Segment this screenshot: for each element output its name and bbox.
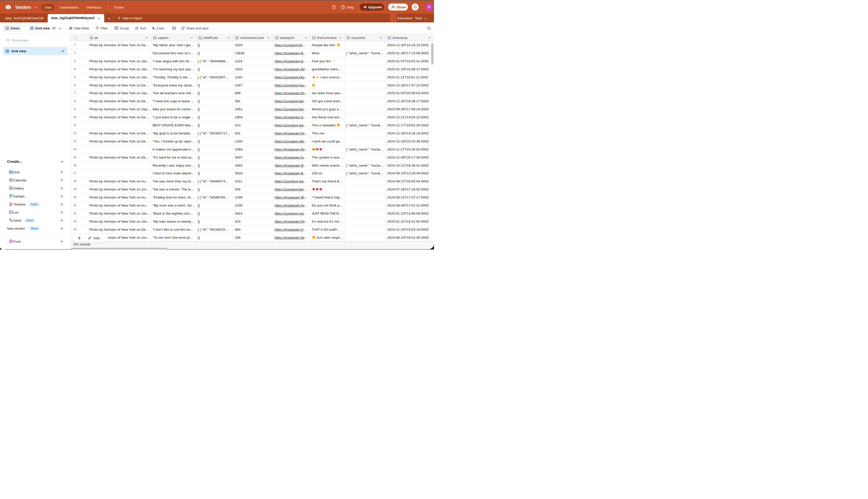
svg-text:31: 31 (10, 180, 12, 181)
